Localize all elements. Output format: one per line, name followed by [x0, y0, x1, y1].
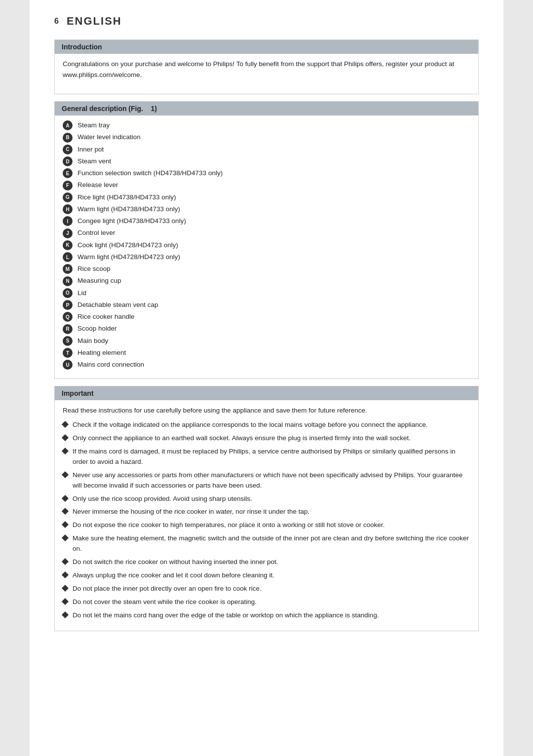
- introduction-label: Introduction: [62, 43, 102, 51]
- list-item: QRice cooker handle: [63, 312, 470, 322]
- item-badge: P: [63, 300, 73, 310]
- list-item: CInner pot: [63, 145, 470, 154]
- item-text: Rice cooker handle: [77, 312, 135, 322]
- list-item: HWarm light (HD4738/HD4733 only): [63, 204, 470, 214]
- list-item: KCook light (HD4728/HD4723 only): [63, 240, 470, 250]
- bullet-text: Always unplug the rice cooker and let it…: [73, 570, 274, 581]
- bullet-icon: [62, 534, 69, 541]
- introduction-header: Introduction: [55, 40, 478, 54]
- list-item: MRice scoop: [63, 264, 470, 274]
- item-badge: F: [63, 181, 73, 190]
- page-number: 6: [54, 17, 59, 26]
- bullet-icon: [62, 448, 69, 454]
- bullet-icon: [62, 421, 69, 428]
- list-item: Do not switch the rice cooker on without…: [63, 557, 470, 567]
- item-text: Control lever: [77, 228, 115, 238]
- bullet-icon: [62, 434, 69, 441]
- list-item: FRelease lever: [63, 180, 470, 190]
- list-item: BWater level indication: [63, 132, 470, 142]
- item-badge: O: [63, 288, 73, 298]
- general-description-section: General description (Fig. 1) ASteam tray…: [54, 101, 479, 379]
- list-item: Never immerse the housing of the rice co…: [63, 507, 470, 517]
- list-item: THeating element: [63, 348, 470, 358]
- list-item: OLid: [63, 288, 470, 298]
- item-text: Detachable steam vent cap: [77, 300, 158, 310]
- list-item: Make sure the heating element, the magne…: [63, 533, 470, 554]
- bullet-text: Do not let the mains cord hang over the …: [73, 610, 379, 621]
- item-text: Rice light (HD4738/HD4733 only): [77, 192, 176, 202]
- page: 6 ENGLISH Introduction Congratulations o…: [30, 0, 503, 756]
- list-item: Do not cover the steam vent while the ri…: [63, 597, 470, 607]
- important-section: Important Read these instructions for us…: [54, 386, 479, 631]
- item-text: Cook light (HD4728/HD4723 only): [77, 240, 178, 250]
- bullet-text: Do not cover the steam vent while the ri…: [73, 597, 257, 607]
- bullet-text: Do not switch the rice cooker on without…: [73, 557, 278, 567]
- list-item: JControl lever: [63, 228, 470, 238]
- bullet-text: Only connect the appliance to an earthed…: [73, 433, 411, 444]
- item-text: Measuring cup: [77, 276, 121, 286]
- item-badge: I: [63, 216, 73, 226]
- general-description-content: ASteam trayBWater level indicationCInner…: [55, 120, 478, 370]
- item-badge: C: [63, 145, 73, 154]
- item-badge: D: [63, 156, 73, 166]
- list-item: If the mains cord is damaged, it must be…: [63, 447, 470, 467]
- bullet-text: Never immerse the housing of the rice co…: [73, 507, 309, 517]
- list-item: Always unplug the rice cooker and let it…: [63, 570, 470, 581]
- item-badge: B: [63, 133, 73, 143]
- item-badge: J: [63, 228, 73, 238]
- bullet-text: Do not place the inner pot directly over…: [73, 584, 262, 594]
- list-item: ASteam tray: [63, 120, 470, 130]
- item-badge: L: [63, 252, 73, 262]
- list-item: PDetachable steam vent cap: [63, 300, 470, 310]
- list-item: Only connect the appliance to an earthed…: [63, 433, 470, 444]
- list-item: ICongee light (HD4738/HD4733 only): [63, 216, 470, 226]
- important-bullets: Check if the voltage indicated on the ap…: [63, 420, 470, 621]
- item-badge: G: [63, 192, 73, 202]
- bullet-text: Only use the rice scoop provided. Avoid …: [73, 494, 252, 504]
- list-item: EFunction selection switch (HD4738/HD473…: [63, 168, 470, 178]
- list-item: Do not expose the rice cooker to high te…: [63, 520, 470, 530]
- item-text: Mains cord connection: [77, 360, 144, 370]
- list-item: UMains cord connection: [63, 360, 470, 370]
- item-text: Rice scoop: [77, 264, 111, 274]
- list-item: RScoop holder: [63, 324, 470, 334]
- item-badge: N: [63, 276, 73, 286]
- item-badge: A: [63, 120, 73, 130]
- item-text: Warm light (HD4728/HD4723 only): [77, 252, 180, 262]
- bullet-text: Make sure the heating element, the magne…: [73, 533, 470, 554]
- item-text: Steam tray: [77, 120, 110, 130]
- bullet-icon: [62, 494, 69, 501]
- bullet-text: Never use any accessories or parts from …: [73, 470, 470, 491]
- list-item: NMeasuring cup: [63, 276, 470, 286]
- important-content: Read these instructions for use carefull…: [55, 405, 478, 620]
- important-label: Important: [62, 389, 94, 397]
- list-item: GRice light (HD4738/HD4733 only): [63, 192, 470, 202]
- bullet-text: Check if the voltage indicated on the ap…: [73, 420, 428, 430]
- general-description-header: General description (Fig. 1): [55, 102, 478, 115]
- important-intro: Read these instructions for use carefull…: [63, 405, 470, 416]
- item-text: Heating element: [77, 348, 126, 358]
- item-text: Warm light (HD4738/HD4733 only): [77, 204, 180, 214]
- item-text: Congee light (HD4738/HD4733 only): [77, 216, 186, 226]
- parts-list: ASteam trayBWater level indicationCInner…: [63, 120, 470, 370]
- list-item: Do not let the mains cord hang over the …: [63, 610, 470, 621]
- bullet-icon: [62, 598, 69, 605]
- bullet-icon: [62, 611, 69, 618]
- item-text: Function selection switch (HD4738/HD4733…: [77, 168, 223, 178]
- bullet-icon: [62, 471, 69, 478]
- bullet-icon: [62, 558, 69, 565]
- item-text: Release lever: [77, 180, 118, 190]
- item-badge: Q: [63, 312, 73, 322]
- item-text: Scoop holder: [77, 324, 117, 334]
- bullet-icon: [62, 585, 69, 592]
- bullet-icon: [62, 521, 69, 528]
- item-badge: H: [63, 204, 73, 214]
- list-item: Never use any accessories or parts from …: [63, 470, 470, 491]
- list-item: SMain body: [63, 336, 470, 346]
- item-badge: R: [63, 324, 73, 334]
- bullet-text: If the mains cord is damaged, it must be…: [73, 447, 470, 467]
- introduction-body: Congratulations on your purchase and wel…: [63, 59, 470, 80]
- item-text: Main body: [77, 336, 108, 346]
- item-badge: K: [63, 240, 73, 250]
- item-text: Lid: [77, 288, 86, 298]
